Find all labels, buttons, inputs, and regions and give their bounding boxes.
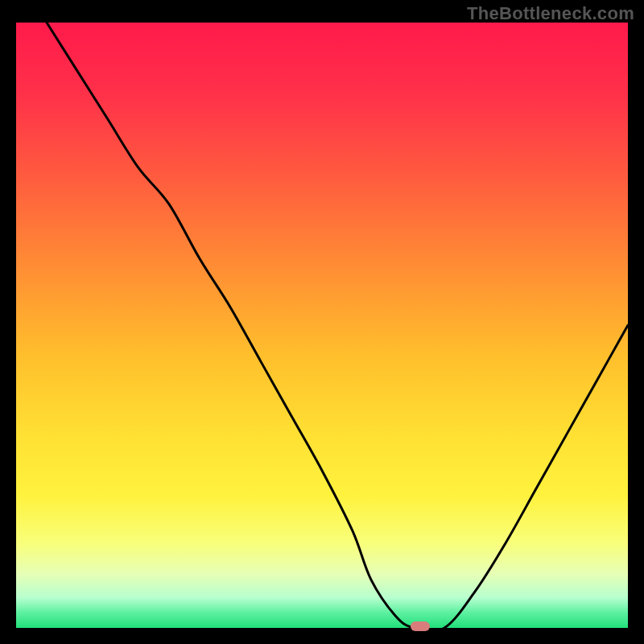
watermark-text: TheBottleneck.com <box>467 3 634 24</box>
bottleneck-chart <box>16 23 628 628</box>
minimum-marker <box>411 621 430 631</box>
chart-frame: TheBottleneck.com <box>0 0 644 644</box>
gradient-background <box>16 23 628 628</box>
plot-area <box>16 23 628 628</box>
